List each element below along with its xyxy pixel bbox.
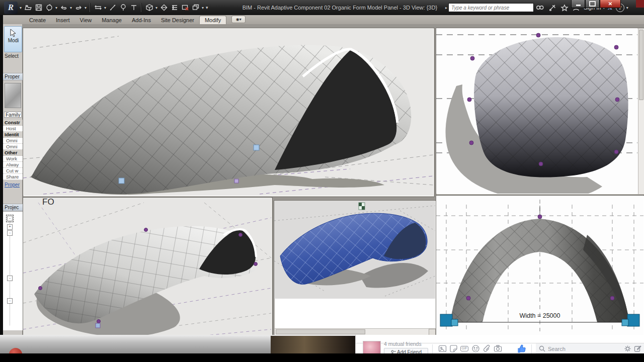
tree-toggle-icon[interactable]: +	[7, 224, 13, 230]
help-caret-icon[interactable]: ▾	[626, 6, 628, 10]
viewport-top-view[interactable]	[436, 28, 644, 195]
vertical-scrollbar[interactable]	[638, 29, 644, 194]
switch-windows-icon[interactable]	[191, 3, 200, 13]
facebook-search-box[interactable]: Search	[536, 343, 644, 354]
favorites-star-icon[interactable]	[560, 4, 569, 12]
app-menu-caret-icon[interactable]: ▾	[20, 6, 22, 10]
mutual-friends-text: 4 mutual friends	[384, 341, 428, 347]
camera-icon[interactable]	[492, 344, 503, 353]
family-selector[interactable]: Family	[4, 112, 22, 118]
maximize-button[interactable]	[585, 0, 600, 8]
tab-modify[interactable]: Modify	[199, 16, 226, 24]
property-row[interactable]: Share	[3, 174, 23, 180]
photo-icon[interactable]	[437, 344, 448, 353]
like-icon[interactable]	[516, 344, 527, 353]
modify-tool-button[interactable]: Modi	[4, 26, 22, 52]
property-row[interactable]: Omni	[3, 138, 23, 144]
selection-handle[interactable]	[96, 323, 100, 328]
viewport-3d-selected-canvas[interactable]	[274, 201, 435, 299]
attachment-icon[interactable]	[481, 344, 492, 353]
type-preview-thumbnail[interactable]	[5, 83, 21, 108]
viewport-elevation[interactable]: Width = 25000	[436, 195, 644, 343]
tab-add-ins[interactable]: Add-Ins	[127, 16, 156, 24]
viewport-3d-secondary[interactable]: FO	[23, 197, 273, 346]
letterbox-bottom-bar	[0, 353, 644, 362]
emoji-icon[interactable]	[470, 344, 481, 353]
project-browser-header[interactable]: Projec	[3, 204, 23, 211]
ribbon-display-toggle-icon[interactable]: ◉▾	[231, 16, 246, 23]
viewport-3d-perspective[interactable]	[23, 28, 435, 197]
tab-site-designer[interactable]: Site Designer	[156, 16, 199, 24]
minimize-button[interactable]	[571, 0, 585, 8]
background-window-fragment	[636, 0, 644, 8]
modify-button-label: Modi	[5, 38, 22, 43]
open-icon[interactable]	[23, 3, 33, 13]
window-controls: ✕	[571, 0, 621, 8]
undo-caret-icon[interactable]: ▾	[70, 6, 72, 10]
tree-toggle-icon[interactable]: -	[7, 276, 13, 281]
tag-icon[interactable]	[118, 3, 128, 13]
cursor-arrow-icon	[10, 29, 17, 38]
property-row[interactable]: Alway	[3, 162, 23, 168]
property-row[interactable]: Identit	[3, 132, 23, 138]
default-3d-view-icon[interactable]	[144, 3, 154, 13]
communication-center-icon[interactable]	[548, 4, 556, 12]
project-browser-tree[interactable]: - + - - -	[3, 211, 23, 330]
horizontal-scrollbar[interactable]	[275, 328, 436, 335]
save-icon[interactable]	[34, 3, 43, 13]
property-row[interactable]: Constr	[3, 120, 23, 126]
property-row[interactable]: Work	[3, 156, 23, 162]
tree-toggle-icon[interactable]: -	[7, 298, 13, 304]
measure-icon[interactable]	[93, 3, 103, 13]
viewport-elevation-canvas[interactable]: Width = 25000	[436, 196, 643, 341]
property-row[interactable]: Host	[3, 126, 23, 132]
viewport-3d-selected[interactable]	[274, 200, 437, 336]
close-button[interactable]: ✕	[600, 0, 621, 8]
viewport-3d-perspective-canvas[interactable]	[23, 28, 433, 196]
settings-gear-icon[interactable]	[624, 345, 631, 352]
redo-icon[interactable]	[73, 3, 83, 13]
sticker-icon[interactable]	[448, 344, 459, 353]
revit-logo-icon[interactable]: R	[4, 2, 18, 14]
gif-icon[interactable]: GIF	[459, 344, 470, 353]
tree-toggle-icon[interactable]: -	[7, 230, 13, 236]
property-row[interactable]: Other	[3, 150, 23, 156]
sync-caret-icon[interactable]: ▾	[55, 6, 57, 10]
tab-manage[interactable]: Manage	[97, 16, 127, 24]
compose-icon[interactable]	[634, 345, 641, 352]
qat-separator	[90, 3, 91, 12]
thin-lines-icon[interactable]	[170, 3, 179, 13]
properties-help-link[interactable]: Proper	[5, 182, 22, 188]
help-search-caret-icon[interactable]: ▸	[445, 6, 447, 10]
section-icon[interactable]	[159, 3, 169, 13]
redo-caret-icon[interactable]: ▾	[85, 6, 87, 10]
tree-toggle-icon[interactable]: -	[7, 216, 13, 221]
customize-quick-access-toolbar-icon[interactable]: ▾	[206, 5, 208, 10]
background-photo-strip	[271, 336, 355, 353]
select-panel-label: Select	[5, 53, 22, 59]
viewport-3d-secondary-canvas[interactable]: FO	[23, 198, 271, 338]
property-row[interactable]: Cut w	[3, 168, 23, 174]
facebook-overlay-bar: 4 mutual friends Add Friend GIF Search	[355, 335, 644, 353]
adaptive-component-badge-icon	[359, 203, 365, 210]
close-hidden-windows-icon[interactable]	[180, 3, 190, 13]
tab-insert[interactable]: Insert	[51, 16, 75, 24]
sync-with-central-icon[interactable]	[44, 3, 54, 13]
measure-caret-icon[interactable]: ▾	[104, 6, 106, 10]
help-search-input[interactable]	[448, 3, 534, 12]
3d-view-caret-icon[interactable]: ▾	[155, 6, 157, 10]
property-row[interactable]: Omni	[3, 144, 23, 150]
search-icon[interactable]	[536, 4, 544, 12]
undo-icon[interactable]	[59, 3, 68, 13]
text-icon[interactable]	[129, 3, 138, 13]
dimension-text[interactable]: Width = 25000	[520, 312, 560, 319]
aligned-dimension-icon[interactable]	[108, 3, 117, 13]
viewport-top-view-canvas[interactable]	[436, 28, 637, 194]
magnifier-icon	[539, 345, 545, 352]
properties-palette-header[interactable]: Proper	[3, 73, 23, 80]
qat-separator	[141, 3, 142, 12]
title-bar: R ▾ ▾ ▾ ▾ ▾ ▾ ▾ ▾ BIM - Revit Adaptive C…	[0, 0, 644, 15]
switch-windows-caret-icon[interactable]: ▾	[202, 6, 204, 10]
tab-view[interactable]: View	[75, 16, 97, 24]
tab-create[interactable]: Create	[24, 16, 51, 24]
